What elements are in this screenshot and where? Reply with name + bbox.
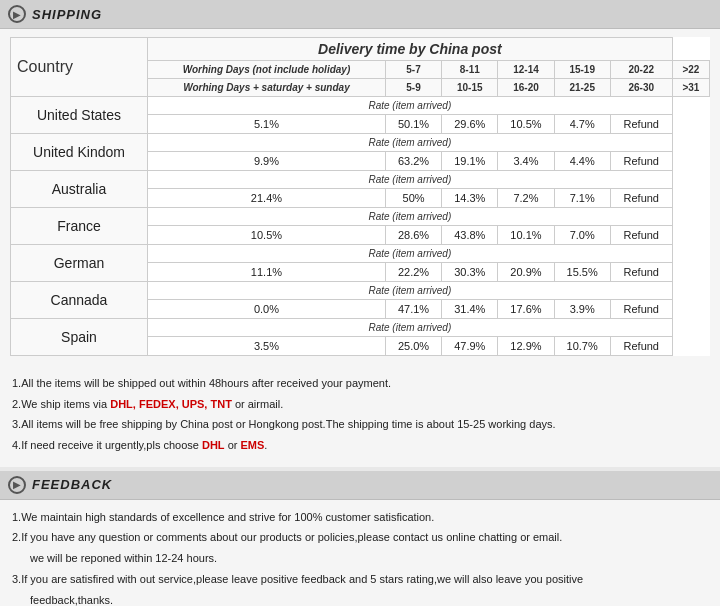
shipping-title: SHIPPING: [32, 7, 102, 22]
col-20-22: 20-22: [610, 61, 672, 79]
table-row: FranceRate (item arrived): [11, 208, 710, 226]
data-cell: Refund: [610, 226, 672, 245]
worhing-days-label: Worhing Days (not include holiday): [147, 61, 385, 79]
data-cell: 25.0%: [385, 337, 441, 356]
country-header: Country: [11, 38, 148, 97]
col2-16-20: 16-20: [498, 79, 554, 97]
data-cell: Refund: [610, 263, 672, 282]
feedback-section-header: ▶ FEEDBACK: [0, 471, 720, 500]
table-row: CannadaRate (item arrived): [11, 282, 710, 300]
note-2-after: or airmail.: [232, 398, 283, 410]
data-cell: 47.1%: [385, 300, 441, 319]
col-gt22: >22: [672, 61, 709, 79]
note-2-before: 2.We ship items via: [12, 398, 110, 410]
data-cell: 4.4%: [554, 152, 610, 171]
data-cell: 50%: [385, 189, 441, 208]
fb-note-3: 3.If you are satisfired with out service…: [12, 570, 708, 589]
data-cell: Refund: [610, 300, 672, 319]
table-row: United StatesRate (item arrived): [11, 97, 710, 115]
data-cell: 0.0%: [147, 300, 385, 319]
col-12-14: 12-14: [498, 61, 554, 79]
data-cell: 15.5%: [554, 263, 610, 282]
delivery-time-header: Delivery time by China post: [147, 38, 672, 61]
data-cell: 7.1%: [554, 189, 610, 208]
data-cell: 50.1%: [385, 115, 441, 134]
data-cell: 10.7%: [554, 337, 610, 356]
note-4-before: 4.If need receive it urgently,pls choose: [12, 439, 202, 451]
data-cell: 17.6%: [498, 300, 554, 319]
rate-label-cell: Rate (item arrived): [147, 319, 672, 337]
delivery-table: Country Delivery time by China post Worh…: [10, 37, 710, 356]
fb-note-3b: feedback,thanks.: [30, 591, 708, 607]
shipping-content: Country Delivery time by China post Worh…: [0, 29, 720, 366]
fb-note-2b: we will be reponed within 12-24 hours.: [30, 549, 708, 568]
data-cell: 10.5%: [147, 226, 385, 245]
shipping-section-header: ▶ SHIPPING: [0, 0, 720, 29]
table-body: United StatesRate (item arrived)5.1%50.1…: [11, 97, 710, 356]
fb-note-2b-text: we will be reponed within 12-24 hours.: [30, 552, 217, 564]
table-row: AustraliaRate (item arrived): [11, 171, 710, 189]
table-row: GermanRate (item arrived): [11, 245, 710, 263]
data-cell: 14.3%: [442, 189, 498, 208]
rate-label-cell: Rate (item arrived): [147, 134, 672, 152]
note-4-dhl: DHL: [202, 439, 225, 451]
rate-label-cell: Rate (item arrived): [147, 282, 672, 300]
note-1: 1.All the items will be shipped out with…: [12, 374, 708, 393]
table-row: SpainRate (item arrived): [11, 319, 710, 337]
data-cell: 10.1%: [498, 226, 554, 245]
rate-label-cell: Rate (item arrived): [147, 208, 672, 226]
fb-note-3b-text: feedback,thanks.: [30, 594, 113, 606]
data-cell: 3.9%: [554, 300, 610, 319]
shipping-arrow-icon: ▶: [8, 5, 26, 23]
col2-26-30: 26-30: [610, 79, 672, 97]
data-cell: 20.9%: [498, 263, 554, 282]
country-cell: United Kindom: [11, 134, 148, 171]
data-cell: 9.9%: [147, 152, 385, 171]
fb-note-3-text: 3.If you are satisfired with out service…: [12, 573, 583, 585]
data-cell: 19.1%: [442, 152, 498, 171]
data-cell: 29.6%: [442, 115, 498, 134]
data-cell: 28.6%: [385, 226, 441, 245]
country-cell: Cannada: [11, 282, 148, 319]
country-cell: France: [11, 208, 148, 245]
feedback-title: FEEDBACK: [32, 477, 112, 492]
data-cell: Refund: [610, 115, 672, 134]
rate-label-cell: Rate (item arrived): [147, 97, 672, 115]
fb-note-1-text: 1.We maintain high standards of excellen…: [12, 511, 434, 523]
country-cell: German: [11, 245, 148, 282]
col-8-11: 8-11: [442, 61, 498, 79]
rate-label-cell: Rate (item arrived): [147, 245, 672, 263]
col-5-7: 5-7: [385, 61, 441, 79]
col2-5-9: 5-9: [385, 79, 441, 97]
data-cell: 12.9%: [498, 337, 554, 356]
rate-label-cell: Rate (item arrived): [147, 171, 672, 189]
data-cell: 21.4%: [147, 189, 385, 208]
data-cell: 7.0%: [554, 226, 610, 245]
note-4-after: .: [264, 439, 267, 451]
fb-note-1: 1.We maintain high standards of excellen…: [12, 508, 708, 527]
country-cell: United States: [11, 97, 148, 134]
note-2: 2.We ship items via DHL, FEDEX, UPS, TNT…: [12, 395, 708, 414]
data-cell: 43.8%: [442, 226, 498, 245]
data-cell: 3.5%: [147, 337, 385, 356]
data-cell: 7.2%: [498, 189, 554, 208]
col2-gt31: >31: [672, 79, 709, 97]
data-cell: 5.1%: [147, 115, 385, 134]
data-cell: 47.9%: [442, 337, 498, 356]
data-cell: 30.3%: [442, 263, 498, 282]
col-15-19: 15-19: [554, 61, 610, 79]
note-4-ems: EMS: [240, 439, 264, 451]
fb-note-2: 2.If you have any question or comments a…: [12, 528, 708, 547]
note-2-highlight: DHL, FEDEX, UPS, TNT: [110, 398, 232, 410]
data-cell: Refund: [610, 337, 672, 356]
col2-21-25: 21-25: [554, 79, 610, 97]
table-title-row: Country Delivery time by China post: [11, 38, 710, 61]
data-cell: 4.7%: [554, 115, 610, 134]
data-cell: 10.5%: [498, 115, 554, 134]
note-4: 4.If need receive it urgently,pls choose…: [12, 436, 708, 455]
data-cell: 22.2%: [385, 263, 441, 282]
data-cell: 63.2%: [385, 152, 441, 171]
data-cell: 11.1%: [147, 263, 385, 282]
fb-note-2-text: 2.If you have any question or comments a…: [12, 531, 562, 543]
worhing-days-sat-sun-label: Worhing Days + saturday + sunday: [147, 79, 385, 97]
